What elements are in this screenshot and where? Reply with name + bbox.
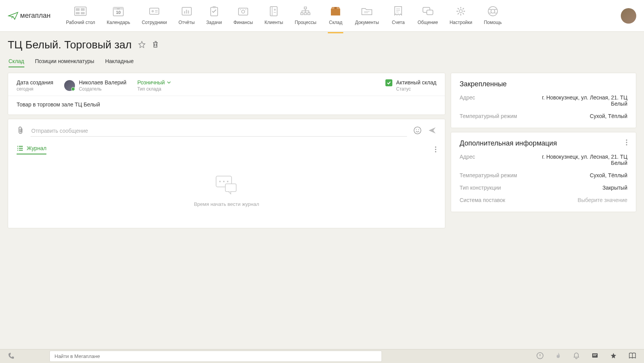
trash-icon[interactable] (152, 41, 159, 50)
logo[interactable]: мегаплан (8, 12, 51, 20)
svg-rect-15 (186, 10, 187, 14)
page-header: ТЦ Белый. Торговый зал (8, 39, 636, 51)
field-value[interactable]: Сухой, Тёплый (529, 113, 627, 119)
nav-invoices[interactable]: Счета (390, 5, 406, 27)
creator-name: Николаев Валерий (79, 79, 126, 86)
nav-label: Настройки (450, 20, 472, 25)
message-card: Журнал Время начать вести журнал (8, 119, 445, 228)
field-label: Температурный режим (460, 172, 529, 178)
field-row: Адрес г. Новокузнецк, ул. Лесная, 21. ТЦ… (451, 151, 636, 169)
logo-icon (8, 12, 19, 20)
nav-label: Рабочий стол (66, 20, 95, 25)
nav-warehouse[interactable]: Склад (328, 5, 343, 27)
nav-label: Клиенты (264, 20, 283, 25)
user-avatar[interactable] (621, 8, 636, 24)
svg-rect-47 (225, 184, 236, 192)
svg-rect-30 (331, 9, 340, 15)
svg-rect-3 (76, 12, 80, 14)
warehouse-icon (328, 5, 343, 17)
nav-desktop[interactable]: Рабочий стол (66, 5, 95, 27)
field-value[interactable]: г. Новокузнецк, ул. Лесная, 21. ТЦ Белый (529, 94, 627, 107)
field-row: Тип конструкции Закрытый (451, 182, 636, 194)
more-icon[interactable] (626, 139, 627, 147)
reports-icon (179, 5, 194, 17)
send-icon[interactable] (428, 127, 436, 135)
nav-label: Отчёты (179, 20, 195, 25)
nav-reports[interactable]: Отчёты (179, 5, 195, 27)
svg-point-35 (488, 7, 497, 16)
nav-help[interactable]: Помощь (484, 5, 502, 27)
nav-label: Помощь (484, 20, 502, 25)
tab-invoices[interactable]: Накладные (105, 58, 134, 67)
svg-text:май: май (117, 8, 120, 10)
empty-text: Время начать вести журнал (17, 201, 436, 207)
type-block[interactable]: Розничный Тип склада (137, 79, 171, 92)
svg-rect-31 (334, 7, 337, 9)
nav-label: Задачи (206, 20, 222, 25)
nav-processes[interactable]: Процессы (295, 5, 316, 27)
field-label: Система поставок (460, 197, 529, 203)
nav-tasks[interactable]: Задачи (206, 5, 222, 27)
nav-documents[interactable]: Документы (355, 5, 379, 27)
message-input[interactable] (31, 125, 407, 137)
svg-rect-9 (150, 8, 159, 14)
svg-point-20 (242, 10, 245, 13)
emoji-icon[interactable] (413, 126, 422, 136)
page-content: ТЦ Белый. Торговый зал Склад Позиции ном… (0, 32, 644, 235)
field-value[interactable]: Закрытый (529, 185, 627, 191)
svg-rect-28 (304, 13, 307, 15)
logo-text: мегаплан (20, 12, 51, 20)
svg-rect-12 (155, 12, 158, 12)
chat-icon (420, 5, 436, 17)
main-layout: Дата создания сегодня Николаев Валерий С… (8, 73, 636, 228)
status-label: Активный склад (396, 79, 436, 86)
pinned-title-text: Закрепленные (460, 80, 507, 88)
created-block: Дата создания сегодня (17, 79, 53, 92)
tab-warehouse[interactable]: Склад (9, 58, 24, 67)
field-label: Тип конструкции (460, 185, 529, 191)
nav-settings[interactable]: Настройки (450, 5, 472, 27)
svg-rect-14 (184, 11, 185, 14)
attach-icon[interactable] (17, 126, 24, 136)
nav-finance[interactable]: Финансы (233, 5, 253, 27)
creator-sub: Создатель (79, 86, 126, 92)
svg-point-46 (227, 181, 228, 182)
field-label: Адрес (460, 94, 529, 107)
nav-employees[interactable]: Сотрудники (142, 5, 167, 27)
svg-text:10: 10 (116, 10, 121, 15)
nav-label: Финансы (233, 20, 253, 25)
field-row: Температурный режим Сухой, Тёплый (451, 169, 636, 182)
additional-title-text: Дополнительная информация (460, 139, 557, 147)
list-icon (17, 146, 24, 151)
nav-calendar[interactable]: май10 Календарь (107, 5, 130, 27)
tabs: Склад Позиции номенклатуры Накладные (8, 58, 636, 67)
status-checkbox[interactable] (385, 79, 392, 86)
created-label: Дата создания (17, 79, 53, 86)
tab-positions[interactable]: Позиции номенклатуры (35, 58, 94, 67)
status-block[interactable]: Активный склад Статус (385, 79, 436, 92)
nav-chat[interactable]: Общение (417, 5, 438, 27)
journal-tab[interactable]: Журнал (17, 145, 46, 154)
svg-point-25 (274, 9, 276, 10)
pinned-panel: Закрепленные Адрес г. Новокузнецк, ул. Л… (451, 73, 636, 128)
clients-icon (266, 5, 281, 17)
creator-block[interactable]: Николаев Валерий Создатель (64, 79, 126, 92)
svg-point-38 (416, 129, 417, 130)
star-icon[interactable] (138, 41, 146, 50)
field-value[interactable]: Выберите значение (529, 197, 627, 203)
journal-label: Журнал (27, 145, 46, 151)
right-column: Закрепленные Адрес г. Новокузнецк, ул. Л… (451, 73, 636, 228)
more-icon[interactable] (435, 146, 436, 154)
processes-icon (298, 5, 313, 17)
field-value[interactable]: Сухой, Тёплый (529, 172, 627, 178)
field-value[interactable]: г. Новокузнецк, ул. Лесная, 21. ТЦ Белый (529, 154, 627, 166)
desktop-icon (73, 5, 88, 17)
svg-rect-2 (81, 8, 85, 11)
additional-title: Дополнительная информация (451, 132, 636, 151)
type-select[interactable]: Розничный (137, 79, 171, 86)
svg-point-45 (223, 181, 225, 182)
invoices-icon (390, 5, 406, 17)
svg-point-48 (626, 139, 627, 140)
nav-clients[interactable]: Клиенты (264, 5, 283, 27)
svg-rect-19 (239, 8, 248, 15)
